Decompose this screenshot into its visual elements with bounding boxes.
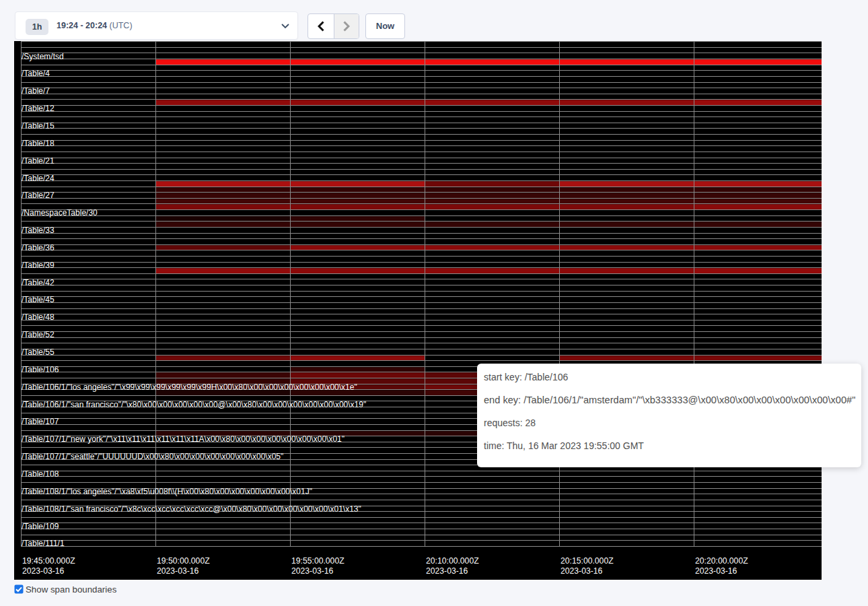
svg-text:/Table/107: /Table/107	[22, 417, 59, 426]
svg-text:/Table/108: /Table/108	[22, 469, 59, 479]
svg-text:20:20:00.000Z: 20:20:00.000Z	[695, 556, 748, 566]
svg-text:20:15:00.000Z: 20:15:00.000Z	[560, 556, 614, 566]
svg-text:/Table/42: /Table/42	[22, 278, 55, 288]
svg-text:/Table/107/1/"seattle"/"UUUUUU: /Table/107/1/"seattle"/"UUUUUUD\x00\x80\…	[22, 452, 283, 461]
svg-text:20:10:00.000Z: 20:10:00.000Z	[426, 556, 479, 566]
svg-text:/Table/18: /Table/18	[22, 139, 55, 148]
svg-text:/Table/7: /Table/7	[22, 86, 50, 96]
svg-text:/Table/52: /Table/52	[22, 330, 55, 339]
svg-text:/Table/4: /Table/4	[22, 69, 50, 78]
svg-text:/Table/36: /Table/36	[22, 243, 55, 252]
svg-text:/Table/55: /Table/55	[22, 347, 55, 357]
svg-text:/Table/24: /Table/24	[22, 174, 55, 183]
svg-text:/Table/45: /Table/45	[22, 295, 55, 304]
svg-text:2023-03-16: 2023-03-16	[22, 566, 65, 576]
svg-text:2023-03-16: 2023-03-16	[291, 566, 334, 576]
svg-text:19:50:00.000Z: 19:50:00.000Z	[157, 556, 210, 566]
svg-text:/Table/108/1/"san francisco"/": /Table/108/1/"san francisco"/"\x8c\xcc\x…	[22, 504, 361, 514]
svg-text:19:55:00.000Z: 19:55:00.000Z	[291, 556, 345, 566]
svg-text:/Table/21: /Table/21	[22, 156, 55, 166]
svg-text:2023-03-16: 2023-03-16	[695, 566, 737, 576]
svg-text:/Table/15: /Table/15	[22, 121, 55, 131]
svg-text:/Table/106/1/"los angeles"/"\x: /Table/106/1/"los angeles"/"\x99\x99\x99…	[22, 382, 357, 392]
svg-text:/Table/106: /Table/106	[22, 365, 59, 374]
svg-text:2023-03-16: 2023-03-16	[157, 566, 199, 576]
svg-text:19:45:00.000Z: 19:45:00.000Z	[22, 556, 75, 566]
svg-text:/Table/33: /Table/33	[22, 226, 55, 235]
svg-text:/Table/27: /Table/27	[22, 191, 55, 200]
svg-text:2023-03-16: 2023-03-16	[426, 566, 468, 576]
svg-text:/NamespaceTable/30: /NamespaceTable/30	[22, 208, 98, 217]
svg-text:/Table/111/1: /Table/111/1	[22, 539, 65, 548]
svg-text:2023-03-16: 2023-03-16	[560, 566, 603, 576]
svg-text:/Table/108/1/"los angeles"/"\x: /Table/108/1/"los angeles"/"\xa8\xf5\u00…	[22, 487, 312, 496]
svg-text:/Table/107/1/"new york"/"\x11\: /Table/107/1/"new york"/"\x11\x11\x11\x1…	[22, 434, 345, 444]
svg-text:/System/tsd: /System/tsd	[22, 52, 64, 61]
svg-text:/Table/109: /Table/109	[22, 522, 59, 531]
svg-text:/Table/39: /Table/39	[22, 261, 55, 270]
svg-text:/Table/12: /Table/12	[22, 104, 55, 113]
svg-text:/Table/48: /Table/48	[22, 312, 55, 322]
svg-text:/Table/106/1/"san francisco"/": /Table/106/1/"san francisco"/"\x80\x00\x…	[22, 400, 366, 409]
